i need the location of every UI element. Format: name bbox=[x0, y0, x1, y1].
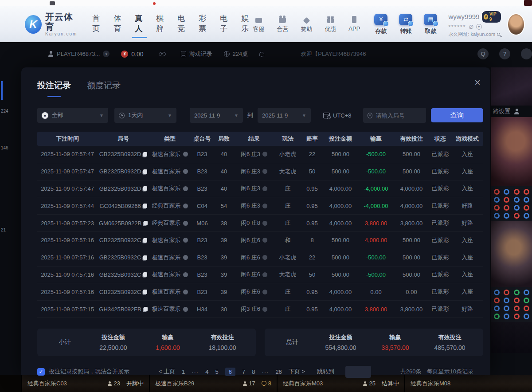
game-record-button[interactable]: 游戏记录 bbox=[181, 50, 212, 58]
result-detail-icon[interactable] bbox=[262, 255, 267, 260]
cell-rounds: 39 bbox=[214, 237, 234, 243]
copy-icon[interactable] bbox=[143, 290, 147, 294]
more-button[interactable] bbox=[521, 48, 532, 59]
next-page-button[interactable]: 下页 > bbox=[289, 368, 305, 376]
tables-count-button[interactable]: 224桌 bbox=[224, 50, 248, 58]
cell-winloss: -4,000.00 bbox=[358, 185, 394, 192]
search-icon[interactable] bbox=[497, 33, 500, 36]
jump-page-input[interactable] bbox=[345, 366, 371, 378]
nav-item-1[interactable]: 体育 bbox=[113, 11, 123, 38]
site-logo[interactable]: K 开云体育 Kaiyun.com bbox=[25, 12, 79, 36]
game-info-icon[interactable] bbox=[183, 307, 188, 312]
wallet-action-存款[interactable]: ¥存款 bbox=[372, 14, 390, 35]
cell-play-type: 和 bbox=[274, 236, 301, 244]
result-detail-icon[interactable] bbox=[262, 238, 267, 243]
cell-game-mode: 入座 bbox=[451, 184, 483, 192]
copy-icon[interactable] bbox=[143, 255, 147, 260]
copy-icon[interactable] bbox=[143, 169, 147, 174]
tab-betting-records[interactable]: 投注记录 bbox=[37, 80, 71, 97]
game-info-icon[interactable] bbox=[183, 186, 188, 191]
bell-icon[interactable] bbox=[259, 52, 264, 56]
page-button-4[interactable]: 4 bbox=[205, 368, 208, 375]
page-button-6[interactable]: 6 bbox=[225, 368, 235, 376]
copy-icon[interactable] bbox=[143, 272, 147, 277]
player-selector[interactable]: PLAYER46873... ▾ bbox=[48, 51, 110, 57]
cell-play-type: 大老虎 bbox=[274, 270, 301, 278]
page-button-8[interactable]: 8 bbox=[252, 368, 255, 375]
nav-item-5[interactable]: 彩票 bbox=[199, 11, 208, 38]
username[interactable]: wywy9999 bbox=[448, 13, 479, 21]
cell-game-mode: 好路 bbox=[451, 305, 483, 313]
partnership-label: 合营 bbox=[277, 25, 288, 33]
timezone-display[interactable]: UTC+8 bbox=[323, 112, 352, 119]
result-detail-icon[interactable] bbox=[262, 169, 267, 174]
page-button-7[interactable]: 7 bbox=[242, 368, 245, 375]
bead-dot bbox=[494, 298, 500, 303]
game-info-icon[interactable] bbox=[183, 290, 188, 294]
page-button-1[interactable]: 1 bbox=[182, 368, 185, 375]
game-info-icon[interactable] bbox=[183, 272, 188, 277]
quick-action-合营[interactable]: 合营 bbox=[274, 15, 290, 33]
search-round-button[interactable]: Q bbox=[477, 48, 489, 59]
round-search-box[interactable] bbox=[363, 108, 426, 123]
video-thumbnail bbox=[491, 67, 532, 106]
date-from-picker[interactable]: 2025-11-9 ▼ bbox=[190, 108, 243, 123]
tab-quota-records[interactable]: 额度记录 bbox=[87, 80, 121, 97]
eye-icon[interactable] bbox=[159, 52, 166, 56]
merge-checkbox[interactable]: ✓ bbox=[37, 368, 45, 376]
total-count: 共260条 bbox=[400, 368, 422, 376]
game-info-icon[interactable] bbox=[183, 221, 188, 226]
balance-display[interactable]: ¥ 0.00 bbox=[121, 51, 143, 58]
result-detail-icon[interactable] bbox=[262, 152, 267, 157]
nav-item-2[interactable]: 真人 bbox=[135, 11, 144, 38]
nav-item-0[interactable]: 首页 bbox=[92, 11, 102, 38]
result-detail-icon[interactable] bbox=[262, 186, 267, 191]
copy-icon[interactable] bbox=[144, 221, 148, 225]
copy-icon[interactable] bbox=[143, 238, 147, 243]
prev-page-button[interactable]: < 上页 bbox=[159, 368, 175, 376]
quick-action-客服[interactable]: 客服 bbox=[250, 15, 266, 33]
game-info-icon[interactable] bbox=[183, 152, 188, 157]
game-info-icon[interactable] bbox=[183, 204, 188, 208]
wallet-action-转账[interactable]: ⇄转账 bbox=[397, 14, 415, 35]
quick-action-优惠[interactable]: 优惠 bbox=[322, 15, 338, 33]
table-body: 2025-11-09 07:57:47GB2325B0932D极速百家乐B234… bbox=[37, 146, 483, 318]
column-header: 类型 bbox=[149, 135, 191, 143]
refresh-chevron-icon[interactable]: ▾ bbox=[476, 24, 482, 30]
round-search-input[interactable] bbox=[376, 112, 422, 119]
cell-table-no: B23 bbox=[191, 289, 214, 295]
quick-action-赞助[interactable]: 赞助 bbox=[298, 15, 314, 33]
copy-icon[interactable] bbox=[144, 307, 148, 311]
result-detail-icon[interactable] bbox=[262, 221, 267, 226]
nav-item-4[interactable]: 电竞 bbox=[177, 11, 187, 38]
date-to-picker[interactable]: 2025-11-9 ▼ bbox=[258, 108, 311, 123]
query-button[interactable]: 查询 bbox=[431, 108, 483, 122]
help-button[interactable]: ? bbox=[499, 48, 510, 59]
result-detail-icon[interactable] bbox=[262, 204, 267, 208]
category-dropdown[interactable]: ♠ 全部 ▼ bbox=[37, 108, 108, 123]
subtotal-box: 小计 投注金额22,500.00 输赢1,600.00 有效投注18,100.0… bbox=[37, 329, 256, 356]
nav-item-3[interactable]: 棋牌 bbox=[156, 11, 165, 38]
game-info-icon[interactable] bbox=[183, 238, 188, 243]
copy-icon[interactable] bbox=[143, 186, 147, 191]
eye-off-icon[interactable]: ∅ bbox=[469, 24, 473, 30]
nav-item-6[interactable]: 电子 bbox=[220, 11, 229, 38]
result-detail-icon[interactable] bbox=[262, 272, 267, 277]
page-button-5[interactable]: 5 bbox=[215, 368, 218, 375]
game-info-icon[interactable] bbox=[183, 169, 188, 174]
page-button-26[interactable]: 26 bbox=[275, 368, 282, 375]
nav-item-7[interactable]: 娱乐 bbox=[241, 11, 250, 38]
quick-action-APP[interactable]: APP bbox=[346, 15, 362, 33]
result-detail-icon[interactable] bbox=[262, 307, 267, 312]
game-info-icon[interactable] bbox=[183, 255, 188, 260]
copy-icon[interactable] bbox=[143, 152, 147, 157]
wallet-action-取款[interactable]: ▤取款 bbox=[422, 14, 439, 35]
result-detail-icon[interactable] bbox=[262, 290, 267, 294]
copy-icon[interactable] bbox=[143, 204, 147, 208]
close-icon[interactable]: × bbox=[474, 77, 481, 88]
column-header: 游戏模式 bbox=[451, 135, 483, 143]
time-range-dropdown[interactable]: 1天内 ▼ bbox=[114, 108, 176, 123]
bead-dot bbox=[494, 213, 500, 219]
road-settings-label[interactable]: 路设置 bbox=[493, 107, 510, 115]
avatar[interactable] bbox=[507, 13, 525, 35]
